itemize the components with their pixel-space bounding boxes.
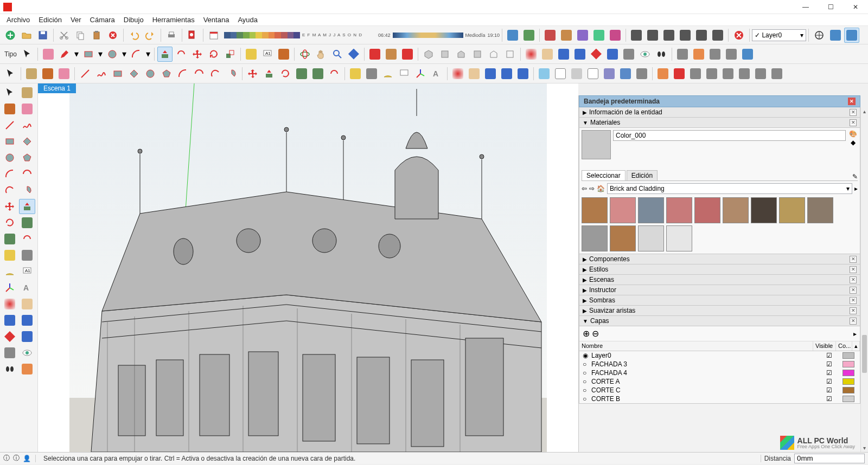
- layer-menu-icon[interactable]: ▸: [853, 330, 857, 338]
- lt-text[interactable]: A1: [19, 264, 35, 279]
- lt-select[interactable]: [2, 85, 18, 100]
- protractor-tool[interactable]: [380, 66, 395, 81]
- line-tool[interactable]: [78, 66, 93, 81]
- rect-tool[interactable]: [81, 47, 96, 62]
- cut-button[interactable]: [56, 28, 72, 43]
- pencil-tool[interactable]: [57, 47, 72, 62]
- stop-button[interactable]: [731, 28, 746, 43]
- menu-ventana[interactable]: Ventana: [199, 15, 234, 25]
- lt-scale[interactable]: [2, 231, 18, 247]
- panel-soften-close[interactable]: ✕: [850, 307, 857, 314]
- panel-shadows-close[interactable]: ✕: [850, 297, 857, 304]
- panel-layers-close[interactable]: ✕: [850, 318, 857, 325]
- minimize-button[interactable]: —: [793, 0, 818, 14]
- layer-remove-button[interactable]: ⊖: [592, 328, 599, 339]
- lt-rotate[interactable]: [2, 215, 18, 230]
- lt-pan[interactable]: [19, 296, 35, 312]
- status-icon-3[interactable]: 👤: [23, 455, 31, 462]
- styles-3-button[interactable]: [569, 66, 584, 81]
- lt-polygon[interactable]: [19, 150, 35, 165]
- view-back-button[interactable]: [486, 47, 501, 62]
- vray-button-2[interactable]: [828, 28, 843, 43]
- lt-tape[interactable]: [2, 248, 18, 263]
- open-file-button[interactable]: [19, 28, 34, 43]
- lt-axes[interactable]: [2, 280, 18, 295]
- lt-pie[interactable]: [19, 183, 35, 198]
- material-swatch-11[interactable]: [638, 225, 664, 251]
- tape2-tool[interactable]: [348, 66, 363, 81]
- followme-tool[interactable]: [294, 66, 309, 81]
- lt-orbit[interactable]: [2, 296, 18, 312]
- dimension-tool[interactable]: [364, 66, 379, 81]
- section-1-button[interactable]: [655, 66, 671, 81]
- pan3-tool[interactable]: [467, 66, 482, 81]
- menu-archivo[interactable]: Archivo: [2, 15, 34, 25]
- menu-ver[interactable]: Ver: [66, 15, 86, 25]
- panel-scenes-close[interactable]: ✕: [850, 276, 857, 283]
- layer-visible-checkbox[interactable]: ☑: [818, 395, 840, 403]
- material-swatch-7[interactable]: [779, 197, 805, 223]
- layer-selector[interactable]: ✓ Layer0▾: [752, 29, 806, 41]
- lt-arc2[interactable]: [19, 166, 35, 182]
- arc-dropdown[interactable]: ▾: [145, 47, 151, 62]
- layer-row[interactable]: ◉ Layer0 ☑: [579, 351, 860, 360]
- material-swatch-12[interactable]: [666, 225, 692, 251]
- panel-styles[interactable]: ▶Estilos✕: [579, 264, 860, 275]
- scale2-tool[interactable]: [310, 66, 326, 81]
- offset-tool[interactable]: [174, 47, 189, 62]
- layer-color-swatch[interactable]: [840, 370, 857, 376]
- lt-rect[interactable]: [2, 134, 18, 149]
- ext-warehouse-button[interactable]: [400, 47, 415, 62]
- panel-styles-close[interactable]: ✕: [850, 266, 857, 273]
- layer-radio[interactable]: ○: [583, 378, 589, 385]
- panel-entity-close[interactable]: ✕: [850, 109, 857, 116]
- arc-2pt-tool[interactable]: [192, 66, 207, 81]
- warehouse-button-5[interactable]: [608, 28, 623, 43]
- component-tool[interactable]: [24, 66, 39, 81]
- section-3-button[interactable]: [688, 66, 703, 81]
- panel-materials-close[interactable]: ✕: [850, 119, 857, 126]
- lt-freehand[interactable]: [19, 118, 35, 133]
- layers-col-name[interactable]: Nombre: [579, 341, 813, 351]
- material-swatch-5[interactable]: [723, 197, 749, 223]
- new-file-button[interactable]: [3, 28, 18, 43]
- camera-button-1[interactable]: [629, 28, 644, 43]
- move-tool[interactable]: [190, 47, 205, 62]
- material-picker-icon[interactable]: 🎨: [849, 130, 857, 138]
- freehand-tool[interactable]: [94, 66, 109, 81]
- layer-color-swatch[interactable]: [840, 387, 857, 393]
- copy-button[interactable]: [73, 28, 88, 43]
- zoom-extents2-tool[interactable]: [589, 47, 604, 62]
- axes-tool[interactable]: [413, 66, 428, 81]
- layer-add-button[interactable]: ⊕: [583, 328, 590, 339]
- pencil-dropdown[interactable]: ▾: [73, 47, 80, 62]
- view-top-button[interactable]: [437, 47, 452, 62]
- lt-3dtext[interactable]: A: [19, 280, 35, 295]
- look-around-tool[interactable]: [637, 47, 653, 62]
- layer-radio[interactable]: ◉: [583, 352, 589, 359]
- section-6-button[interactable]: [737, 66, 752, 81]
- material-swatch-2[interactable]: [638, 197, 664, 223]
- zoom-window2-tool[interactable]: [499, 66, 514, 81]
- panel-soften[interactable]: ▶Suavizar aristas✕: [579, 306, 860, 316]
- tray-titlebar[interactable]: Bandeja predeterminada ✕: [579, 95, 860, 107]
- undo-button[interactable]: [126, 28, 142, 43]
- lt-circle[interactable]: [2, 150, 18, 165]
- zoom-extents-tool[interactable]: [346, 47, 361, 62]
- lt-walk[interactable]: [2, 361, 18, 377]
- geo-button-1[interactable]: [505, 28, 520, 43]
- select2-tool[interactable]: [3, 66, 18, 81]
- section-cuts-tool[interactable]: [707, 47, 723, 62]
- menu-ayuda[interactable]: Ayuda: [233, 15, 262, 25]
- lt-move[interactable]: [2, 199, 18, 214]
- lt-arc[interactable]: [2, 166, 18, 182]
- lt-poscam[interactable]: [2, 345, 18, 360]
- layer-row[interactable]: ○ CORTE A ☑: [579, 377, 860, 386]
- offset2-tool[interactable]: [327, 66, 342, 81]
- layer-row[interactable]: ○ FACHADA 4 ☑: [579, 369, 860, 377]
- panel-scenes[interactable]: ▶Escenas✕: [579, 275, 860, 285]
- orbit3-tool[interactable]: [450, 66, 465, 81]
- section-4-button[interactable]: [704, 66, 719, 81]
- viewport-3d[interactable]: Escena 1: [38, 83, 578, 452]
- menu-herramientas[interactable]: Herramientas: [148, 15, 199, 25]
